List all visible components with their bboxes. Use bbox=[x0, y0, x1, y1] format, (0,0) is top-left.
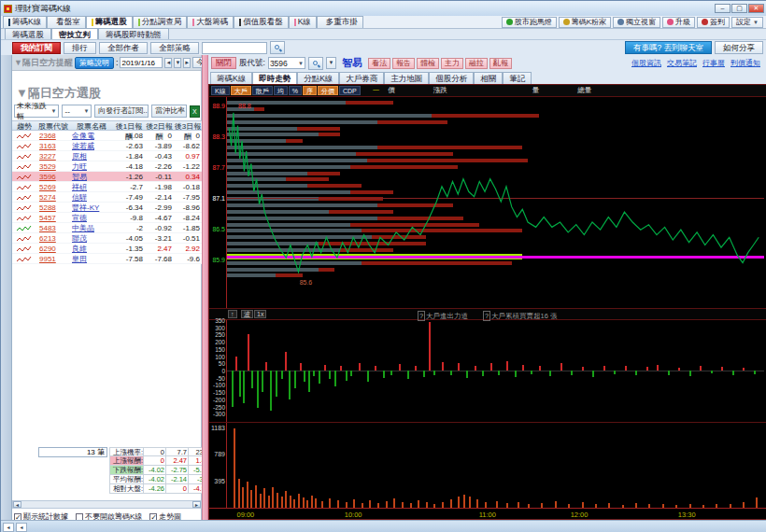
collapse-left2-icon[interactable]: ◄ bbox=[16, 523, 27, 532]
menu-tab-3[interactable]: 分點調查局 bbox=[133, 16, 188, 28]
toolbar-button-3[interactable]: 全部策略 bbox=[150, 42, 199, 54]
chart-tab-6[interactable]: 相關 bbox=[474, 72, 503, 84]
table-row[interactable]: 6290良維-1.352.472.92 bbox=[12, 244, 202, 254]
table-row[interactable]: 5274信驊-7.49-2.14-7.95 bbox=[12, 192, 202, 203]
chart-tab-3[interactable]: 大戶券商 bbox=[339, 72, 384, 84]
history-dropdown[interactable]: ▼ bbox=[326, 57, 336, 69]
chat-button[interactable]: 有事嗎? 丟到聊天室 bbox=[625, 41, 712, 54]
stock-name-link[interactable]: 原相 bbox=[70, 151, 113, 161]
stock-code-input[interactable]: 3596▼ bbox=[268, 57, 305, 69]
table-row[interactable]: 9951皇田-7.58-7.68-9.6 bbox=[12, 254, 202, 264]
stock-code-link[interactable]: 5457 bbox=[36, 213, 70, 222]
chart-tab-5[interactable]: 個股分析 bbox=[429, 72, 474, 84]
toolbar-button-1[interactable]: 排行 bbox=[64, 42, 96, 54]
column-header-4[interactable]: 後2日報酬 bbox=[145, 121, 174, 130]
stock-code-link[interactable]: 5269 bbox=[36, 182, 70, 191]
table-row[interactable]: 3529力旺-4.18-2.26-1.22 bbox=[12, 161, 202, 172]
sub-tab-2[interactable]: 籌碼股即時動態 bbox=[98, 28, 169, 39]
stock-code-link[interactable]: 6213 bbox=[36, 233, 70, 243]
share-button[interactable]: 如何分享 bbox=[715, 41, 763, 54]
header-link-2[interactable]: 行事曆 bbox=[702, 58, 725, 68]
toolbar-button-0[interactable]: 我的訂閱 bbox=[12, 42, 61, 54]
menu-tab-7[interactable]: 多重市掛 bbox=[317, 16, 363, 28]
mini-button-3[interactable]: 主力 bbox=[441, 58, 463, 69]
table-row[interactable]: 3163波若威-2.63-3.89-8.62 bbox=[12, 141, 202, 151]
stock-name-link[interactable]: 祥碩 bbox=[70, 182, 113, 191]
chart-mode-7[interactable]: CDP bbox=[339, 86, 361, 95]
menu-tab-1[interactable]: 看盤室 bbox=[47, 16, 86, 28]
date-picker-button[interactable]: ▼ bbox=[174, 58, 181, 68]
toolbar-button-2[interactable]: 全部作者 bbox=[99, 42, 148, 54]
stock-search-button[interactable] bbox=[308, 57, 323, 70]
mini-button-1[interactable]: 報告 bbox=[392, 58, 415, 69]
chart-mode-6[interactable]: 分價 bbox=[318, 86, 338, 95]
daytrade-ratio-button[interactable]: 當沖比率 bbox=[151, 105, 187, 118]
stock-code-link[interactable]: 9951 bbox=[36, 254, 70, 263]
trader-plot[interactable] bbox=[226, 320, 764, 422]
sub-tab-1[interactable]: 密技立判 bbox=[51, 28, 98, 39]
menu-button-0[interactable]: 股市跑馬燈 bbox=[502, 17, 557, 28]
stock-code-link[interactable]: 3163 bbox=[36, 141, 70, 150]
column-header-5[interactable]: 後3日報酬 bbox=[174, 121, 202, 130]
table-row[interactable]: 3596智易-1.26-0.110.34 bbox=[12, 172, 202, 182]
stock-name-link[interactable]: 力旺 bbox=[70, 161, 113, 171]
horizontal-scrollbar[interactable]: ◄ ► bbox=[12, 500, 202, 509]
table-row[interactable]: 5483中美晶-2-0.92-1.85 bbox=[12, 223, 202, 233]
stock-code-link[interactable]: 3596 bbox=[36, 172, 70, 181]
maximize-button[interactable]: ▢ bbox=[731, 4, 747, 13]
header-link-0[interactable]: 個股資訊 bbox=[631, 58, 661, 68]
stock-name-link[interactable]: 宣德 bbox=[70, 213, 113, 222]
mini-button-2[interactable]: 體檢 bbox=[417, 58, 439, 69]
close-chart-button[interactable]: 關閉 bbox=[211, 57, 236, 69]
minimize-button[interactable]: – bbox=[715, 4, 731, 13]
table-row[interactable]: 5269祥碩-2.7-1.98-0.18 bbox=[12, 182, 202, 192]
scroll-right-icon[interactable]: ► bbox=[192, 501, 201, 508]
search-button[interactable] bbox=[270, 41, 285, 54]
menu-tab-2[interactable]: 籌碼選股 bbox=[86, 16, 133, 28]
menu-tab-6[interactable]: K線 bbox=[289, 16, 317, 28]
menu-button-3[interactable]: 升級 bbox=[662, 17, 695, 28]
subscribe-button[interactable]: 向發行者訂閱.. bbox=[94, 105, 149, 118]
header-link-1[interactable]: 交易筆記 bbox=[667, 58, 697, 68]
close-button[interactable]: ✕ bbox=[748, 4, 764, 13]
stock-code-link[interactable]: 5483 bbox=[36, 223, 70, 232]
stock-name-link[interactable]: 金像電 bbox=[70, 131, 113, 140]
stock-name-link[interactable]: 信驊 bbox=[70, 192, 113, 202]
strategy-info-button[interactable]: 策略說明 bbox=[75, 57, 114, 69]
menu-tab-5[interactable]: 價值股看盤 bbox=[234, 16, 289, 28]
stock-name-link[interactable]: 皇田 bbox=[70, 254, 113, 263]
menu-button-5[interactable]: 設定▼ bbox=[731, 17, 763, 28]
chart-tab-0[interactable]: 籌碼K線 bbox=[210, 72, 252, 84]
chart-tab-1[interactable]: 即時走勢 bbox=[252, 72, 297, 84]
column-header-3[interactable]: 後1日報酬 bbox=[113, 121, 145, 130]
stock-name-link[interactable]: 聯茂 bbox=[70, 233, 113, 243]
volume-plot[interactable] bbox=[226, 423, 764, 508]
stock-code-link[interactable]: 6290 bbox=[36, 244, 70, 253]
chart-mode-1[interactable]: 大戶 bbox=[231, 86, 251, 95]
chart-mode-4[interactable]: % bbox=[289, 86, 302, 95]
chart-mode-2[interactable]: 散戶 bbox=[252, 86, 273, 95]
price-plot[interactable]: 88.885.6 bbox=[226, 97, 764, 308]
menu-tab-4[interactable]: 大盤籌碼 bbox=[187, 16, 234, 28]
menu-button-4[interactable]: 簽到 bbox=[697, 17, 730, 28]
table-row[interactable]: 3227原相-1.84-0.430.97 bbox=[12, 151, 202, 161]
chart-tab-4[interactable]: 主力地圖 bbox=[384, 72, 429, 84]
table-row[interactable]: 5288豐祥-KY-6.34-2.99-8.96 bbox=[12, 203, 202, 213]
table-row[interactable]: 6213聯茂-4.05-3.21-0.51 bbox=[12, 233, 202, 244]
header-link-3[interactable]: 到價通知 bbox=[731, 58, 760, 68]
chart-mode-3[interactable]: 均 bbox=[274, 86, 288, 95]
stock-name-link[interactable]: 良維 bbox=[70, 244, 113, 253]
table-row[interactable]: 5457宣德-9.8-4.67-8.24 bbox=[12, 213, 202, 223]
scroll-left-icon[interactable]: ◄ bbox=[13, 501, 21, 508]
column-header-1[interactable]: 股票代號 bbox=[36, 121, 70, 130]
left-collapse-rail[interactable] bbox=[1, 55, 12, 520]
stock-code-link[interactable]: 3227 bbox=[36, 151, 70, 161]
chart-tab-2[interactable]: 分點K線 bbox=[297, 72, 339, 84]
menu-button-1[interactable]: 籌碼K粉家 bbox=[559, 17, 611, 28]
column-header-2[interactable]: 股票名稱 bbox=[70, 121, 113, 130]
chart-tab-7[interactable]: 筆記 bbox=[503, 72, 532, 84]
stock-name-link[interactable]: 智易 bbox=[70, 172, 113, 181]
search-input[interactable] bbox=[202, 42, 267, 54]
collapse-left-icon[interactable]: ◄ bbox=[3, 523, 14, 532]
mini-button-5[interactable]: 亂報 bbox=[489, 58, 512, 69]
